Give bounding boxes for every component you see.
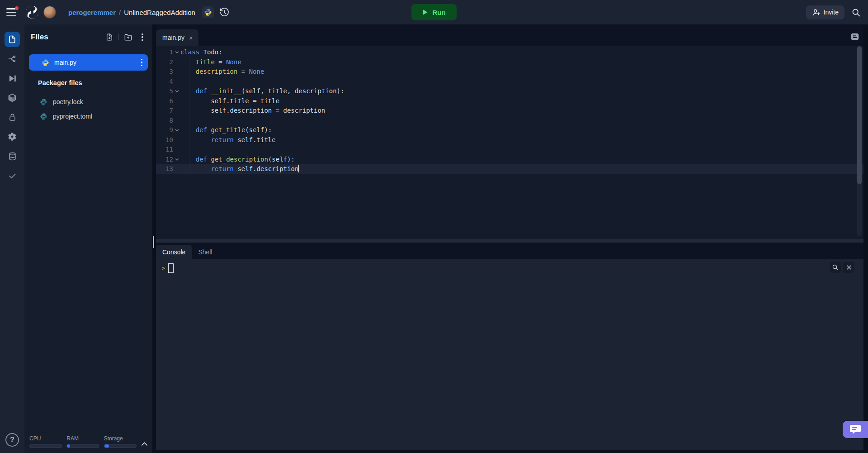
console-search-button[interactable] — [830, 262, 841, 273]
editor-options-icon[interactable] — [850, 32, 860, 42]
workspace-main: main.py × 1class Todo:2 title = None3 de… — [156, 24, 868, 453]
line-number: 2 — [156, 57, 173, 67]
console-tab-console[interactable]: Console — [156, 245, 192, 259]
code-line[interactable]: 1class Todo: — [156, 48, 863, 57]
line-number: 12 — [156, 155, 173, 165]
line-number: 11 — [156, 145, 173, 155]
console-tab-label: Shell — [198, 248, 212, 256]
code-text: self.title = title — [180, 96, 279, 106]
code-line[interactable]: 9 def get_title(self): — [156, 125, 863, 135]
code-editor[interactable]: 1class Todo:2 title = None3 description … — [156, 46, 863, 239]
fold-arrow-icon[interactable] — [173, 48, 180, 57]
user-avatar[interactable] — [43, 6, 56, 19]
code-lines: 1class Todo:2 title = None3 description … — [156, 48, 863, 174]
line-number: 6 — [156, 96, 173, 106]
cpu-bar — [29, 444, 62, 448]
resource-meters: CPU RAM Storage — [24, 432, 152, 453]
fold-arrow-icon[interactable] — [173, 86, 180, 96]
code-line[interactable]: 10 return self.title — [156, 135, 863, 145]
console-prompt-row: > — [156, 259, 863, 273]
code-line[interactable]: 2 title = None — [156, 57, 863, 67]
hamburger-menu-icon[interactable] — [6, 8, 17, 16]
console-actions — [830, 262, 854, 273]
fold-arrow-icon[interactable] — [173, 125, 180, 135]
ram-label: RAM — [66, 435, 103, 442]
code-text: class Todo: — [180, 48, 222, 57]
prompt-chevron-icon: > — [162, 265, 165, 272]
breadcrumb-repl-name[interactable]: UnlinedRaggedAddition — [124, 9, 195, 16]
code-line[interactable]: 6 self.title = title — [156, 96, 863, 106]
file-icon — [8, 35, 17, 44]
topbar-left-cluster: perogeremmer / UnlinedRaggedAddition — [6, 5, 230, 19]
fold-arrow-icon[interactable] — [173, 155, 180, 165]
indent-guide — [204, 135, 204, 145]
rail-item-files[interactable] — [5, 32, 20, 47]
rail-item-packages[interactable] — [5, 90, 20, 105]
storage-label: Storage — [104, 435, 140, 442]
code-line[interactable]: 7 self.description = description — [156, 106, 863, 116]
rail-item-checks[interactable] — [5, 168, 20, 183]
breadcrumb-separator: / — [119, 9, 121, 16]
editor-tab-main-py[interactable]: main.py × — [156, 29, 198, 46]
new-folder-button[interactable] — [123, 32, 133, 43]
search-icon[interactable] — [851, 8, 861, 17]
ram-bar-fill — [67, 444, 70, 448]
code-line[interactable]: 13 return self.description — [156, 164, 863, 174]
rail-item-run-config[interactable] — [5, 71, 20, 86]
console-tab-shell[interactable]: Shell — [192, 245, 218, 259]
files-menu-kebab-icon[interactable] — [137, 32, 148, 43]
vertical-resize-handle[interactable] — [153, 236, 154, 248]
fork-icon — [8, 54, 17, 63]
text-cursor — [298, 165, 299, 172]
invite-button[interactable]: Invite — [806, 5, 844, 19]
code-line[interactable]: 3 description = None — [156, 67, 863, 77]
python-file-icon — [40, 113, 47, 120]
line-number: 3 — [156, 67, 173, 77]
code-line[interactable]: 8 — [156, 116, 863, 126]
console-close-button[interactable] — [843, 262, 854, 273]
code-line[interactable]: 5 def __init__(self, title, description)… — [156, 86, 863, 96]
console-output[interactable]: > — [156, 259, 863, 450]
fold-spacer — [173, 145, 180, 155]
storage-meter: Storage — [104, 435, 140, 453]
ram-meter: RAM — [66, 435, 103, 453]
editor-scrollbar-track[interactable] — [857, 46, 862, 236]
code-line[interactable]: 4 — [156, 77, 863, 87]
rail-item-version-control[interactable] — [5, 51, 20, 67]
new-file-button[interactable] — [104, 32, 115, 43]
line-number: 4 — [156, 77, 173, 87]
chat-button[interactable] — [843, 421, 868, 438]
rail-item-database[interactable] — [5, 148, 20, 164]
selected-file-name: main.py — [54, 59, 76, 66]
top-navigation-bar: perogeremmer / UnlinedRaggedAddition Run — [0, 0, 868, 24]
packager-file-row[interactable]: poetry.lock — [40, 95, 149, 109]
help-button-label: ? — [10, 436, 14, 444]
chevron-up-icon[interactable] — [141, 442, 148, 453]
console-tab-label: Console — [162, 248, 185, 256]
invite-button-label: Invite — [824, 9, 839, 16]
rail-item-settings[interactable] — [5, 129, 20, 144]
file-menu-kebab-icon[interactable] — [140, 58, 144, 67]
code-text: return self.title — [180, 135, 276, 145]
history-icon[interactable] — [219, 7, 230, 18]
code-line[interactable]: 11 — [156, 145, 863, 155]
editor-scrollbar-thumb[interactable] — [857, 46, 862, 184]
python-file-icon — [42, 59, 49, 67]
packager-file-row[interactable]: pyproject.toml — [40, 110, 149, 123]
help-button[interactable]: ? — [5, 433, 19, 447]
rail-item-secrets[interactable] — [5, 110, 20, 125]
breadcrumb: perogeremmer / UnlinedRaggedAddition — [68, 9, 195, 16]
fold-spacer — [173, 57, 180, 67]
code-text: def get_title(self): — [180, 125, 272, 135]
header-divider — [118, 34, 119, 40]
fold-spacer — [173, 116, 180, 126]
python-language-icon[interactable] — [202, 6, 214, 18]
packager-files-section-title: Packager files — [38, 79, 82, 86]
breadcrumb-owner-link[interactable]: perogeremmer — [68, 9, 116, 16]
run-button[interactable]: Run — [411, 4, 457, 20]
code-line[interactable]: 12 def get_description(self): — [156, 155, 863, 165]
file-row-selected[interactable]: main.py — [29, 54, 148, 71]
tab-close-icon[interactable]: × — [189, 34, 193, 42]
code-text: self.description = description — [180, 106, 325, 116]
replit-logo[interactable] — [25, 5, 39, 19]
